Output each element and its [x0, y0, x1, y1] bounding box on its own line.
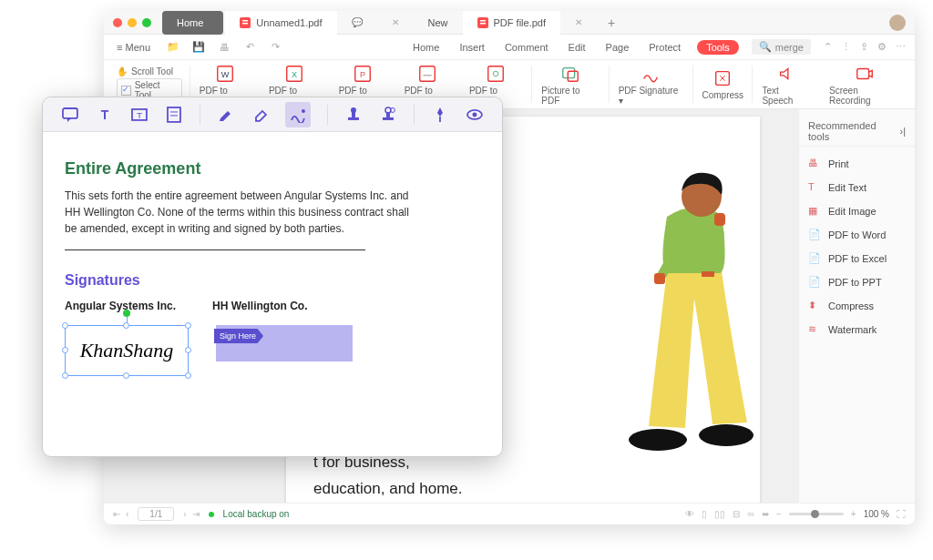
tab-doc1-comment[interactable]: 💬	[337, 11, 377, 35]
resize-handle-nw[interactable]	[62, 322, 68, 329]
more-icon[interactable]: ⋮	[841, 41, 851, 53]
menu-page[interactable]: Page	[602, 40, 633, 55]
save-icon[interactable]: 💾	[192, 41, 205, 54]
menu-protect[interactable]: Protect	[645, 40, 684, 55]
image-icon: ▦	[808, 205, 821, 218]
resize-handle-sw[interactable]	[62, 372, 68, 379]
resize-handle-w[interactable]	[62, 347, 68, 353]
first-page-icon[interactable]: ⇤	[113, 509, 120, 519]
toolbar-separator	[327, 105, 328, 125]
photo-icon	[486, 64, 506, 84]
minimize-window-button[interactable]	[128, 18, 137, 27]
eraser-tool-icon[interactable]	[251, 106, 270, 124]
pdf-icon	[477, 17, 488, 28]
signature-icon	[641, 64, 661, 84]
svg-rect-22	[714, 213, 725, 226]
toolbar-separator	[200, 105, 200, 125]
fit-page-icon[interactable]: ⬌	[762, 509, 769, 519]
svg-rect-21	[654, 273, 665, 284]
last-page-icon[interactable]: ⇥	[192, 509, 200, 519]
signature-selection[interactable]: KhanShang	[65, 325, 189, 376]
eye-icon[interactable]: 👁	[685, 509, 694, 519]
screen-recording-button[interactable]: Screen Recording	[820, 60, 909, 108]
avatar[interactable]	[889, 15, 906, 31]
fullscreen-icon[interactable]: ⛶	[897, 509, 906, 519]
resize-handle-se[interactable]	[185, 372, 191, 379]
highlighter-tool-icon[interactable]	[217, 106, 235, 124]
prev-page-icon[interactable]: ‹	[126, 509, 128, 519]
side-watermark[interactable]: ≋Watermark	[799, 318, 915, 341]
resize-handle-s[interactable]	[123, 372, 129, 379]
tab-doc2-close[interactable]: ✕	[560, 11, 597, 35]
open-icon[interactable]: 📁	[167, 41, 179, 54]
tab-new[interactable]: New	[414, 11, 463, 35]
resize-handle-e[interactable]	[185, 347, 191, 353]
gear-icon[interactable]: ⚙	[877, 41, 887, 53]
rotate-handle[interactable]	[123, 310, 130, 317]
side-compress[interactable]: ⬍Compress	[799, 294, 915, 318]
text-speech-button[interactable]: Text Speech	[753, 60, 820, 108]
svg-rect-1	[242, 20, 248, 22]
menu-button[interactable]: ≡ Menu	[113, 40, 154, 55]
tab-doc1[interactable]: Unnamed1.pdf	[225, 11, 336, 35]
zoom-slider[interactable]	[789, 513, 844, 515]
side-pdf-word[interactable]: 📄PDF to Word	[799, 223, 915, 247]
side-print[interactable]: 🖶Print	[799, 152, 915, 176]
side-pdf-excel[interactable]: 📄PDF to Excel	[799, 247, 915, 270]
svg-point-32	[302, 109, 305, 113]
overflow-icon[interactable]: ⋯	[896, 41, 906, 53]
tab-doc1-close[interactable]: ✕	[377, 11, 414, 35]
print-icon: 🖶	[808, 158, 821, 170]
scroll-tool[interactable]: ✋Scroll Tool	[117, 66, 182, 76]
tab-home[interactable]: Home	[162, 11, 223, 35]
menu-comment[interactable]: Comment	[501, 40, 552, 55]
menu-edit[interactable]: Edit	[565, 40, 590, 55]
redo-icon[interactable]: ↷	[269, 41, 282, 54]
pin-tool-icon[interactable]	[431, 106, 449, 124]
print-icon[interactable]: 🖶	[218, 41, 231, 54]
side-pdf-ppt[interactable]: 📄PDF to PPT	[799, 270, 915, 294]
view-facing-icon[interactable]: ▯▯	[714, 509, 725, 519]
resize-handle-n[interactable]	[123, 322, 129, 329]
collapse-ribbon-icon[interactable]: ⌃	[824, 41, 832, 53]
stamp-approved-icon[interactable]	[379, 106, 397, 124]
collapse-panel-icon[interactable]: ›|	[899, 126, 906, 137]
text-tool-icon[interactable]: T	[96, 106, 114, 124]
new-tab-button[interactable]: +	[597, 15, 626, 30]
side-edit-image[interactable]: ▦Edit Image	[799, 199, 915, 223]
compress-button[interactable]: Compress	[693, 60, 752, 108]
note-tool-icon[interactable]	[165, 106, 183, 124]
zoom-out-icon[interactable]: −	[776, 509, 782, 519]
view-single-icon[interactable]: ▯	[702, 509, 707, 519]
undo-icon[interactable]: ↶	[243, 41, 256, 54]
menu-tools[interactable]: Tools	[697, 40, 739, 55]
share-icon[interactable]: ⇪	[860, 41, 868, 53]
fit-width-icon[interactable]: ⬄	[747, 509, 754, 519]
menu-insert[interactable]: Insert	[456, 40, 488, 55]
textbox-tool-icon[interactable]: T	[130, 106, 149, 124]
page-indicator[interactable]: 1/1	[138, 507, 174, 521]
tab-label: Home	[177, 17, 203, 28]
side-edit-text[interactable]: TEdit Text	[799, 176, 915, 199]
close-window-button[interactable]	[113, 18, 122, 27]
picture-to-pdf-button[interactable]: Picture to PDF	[532, 60, 608, 108]
stamp-tool-icon[interactable]	[344, 106, 363, 124]
signature-text: KhanShang	[80, 339, 174, 362]
view-cont-icon[interactable]: ⊟	[733, 509, 740, 519]
svg-rect-16	[568, 71, 578, 81]
search-placeholder: merge	[775, 42, 804, 53]
pdf-signature-button[interactable]: PDF Signature ▾	[610, 60, 692, 108]
txt-icon	[417, 64, 437, 84]
maximize-window-button[interactable]	[142, 18, 151, 27]
svg-point-35	[351, 107, 356, 113]
visibility-tool-icon[interactable]	[466, 106, 484, 124]
menu-home[interactable]: Home	[409, 40, 443, 55]
resize-handle-ne[interactable]	[185, 322, 191, 329]
next-page-icon[interactable]: ›	[183, 509, 186, 519]
search-input[interactable]: 🔍 merge	[752, 39, 811, 55]
sign-here-field[interactable]: Sign Here	[216, 325, 353, 361]
comment-tool-icon[interactable]	[61, 106, 79, 124]
tab-doc2[interactable]: PDF file.pdf	[463, 11, 560, 35]
signature-tool-icon[interactable]	[285, 102, 311, 127]
zoom-in-icon[interactable]: +	[851, 509, 856, 519]
